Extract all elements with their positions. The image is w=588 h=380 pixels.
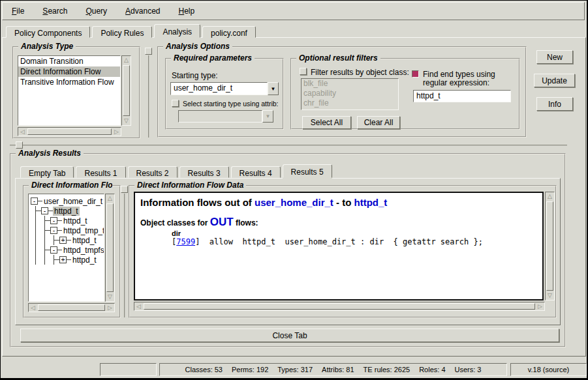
- regex-checkbox-row[interactable]: Find end types using regular expression:: [412, 70, 516, 87]
- menu-search[interactable]: Search: [36, 5, 74, 18]
- tree-expander-icon[interactable]: -: [41, 207, 48, 214]
- scroll-up-icon[interactable]: △: [106, 194, 114, 203]
- source-type: user_home_dir_t: [255, 197, 333, 208]
- scroll-down-icon[interactable]: ▽: [106, 293, 114, 301]
- flow-direction: OUT: [210, 216, 234, 228]
- tab-results-4[interactable]: Results 4: [231, 166, 281, 178]
- tab-results-3[interactable]: Results 3: [179, 166, 229, 178]
- scroll-left-icon[interactable]: ◁: [18, 128, 27, 136]
- tree-data-sash-handle[interactable]: [121, 186, 128, 193]
- tab-results-2[interactable]: Results 2: [128, 166, 178, 178]
- flow-data-hscrollbar[interactable]: ◁ ▷: [134, 302, 545, 311]
- scroll-left-icon[interactable]: ◁: [134, 302, 143, 310]
- scrollbar-thumb[interactable]: [144, 303, 535, 310]
- tree-row[interactable]: - httpd_t: [45, 216, 104, 226]
- update-button[interactable]: Update: [534, 74, 575, 87]
- scroll-right-icon[interactable]: ▷: [112, 128, 121, 136]
- stat-classes: Classes: 53: [185, 366, 223, 373]
- flow-data-textarea[interactable]: Information flows out of user_home_dir_t…: [134, 192, 544, 300]
- scrollbar-thumb[interactable]: [123, 65, 130, 116]
- close-tab-button[interactable]: Close Tab: [20, 329, 559, 342]
- object-class-checkbox-row[interactable]: Filter results by object class:: [300, 68, 409, 77]
- tab-results-5[interactable]: Results 5: [283, 164, 332, 178]
- stat-types: Types: 317: [277, 366, 313, 373]
- scroll-right-icon[interactable]: ▷: [536, 302, 544, 310]
- tree-node-label[interactable]: httpd_tmp_t: [62, 226, 104, 235]
- tree-expander-icon[interactable]: +: [59, 256, 67, 263]
- analysis-type-item-domain-transition[interactable]: Domain Transition: [18, 56, 120, 66]
- flow-data-vscrollbar[interactable]: △ ▽: [545, 192, 555, 300]
- scrollbar-thumb[interactable]: [546, 201, 553, 291]
- tab-empty-tab[interactable]: Empty Tab: [20, 166, 74, 178]
- regex-input-wrap: httpd_t: [413, 90, 511, 102]
- object-class-checkbox[interactable]: [300, 68, 307, 75]
- flow-tree-hscrollbar[interactable]: ◁ ▷: [28, 303, 115, 312]
- flow-tree-vscrollbar[interactable]: △ ▽: [105, 194, 115, 302]
- flow-heading: Information flows out of user_home_dir_t…: [140, 197, 542, 208]
- regex-input[interactable]: httpd_t: [413, 90, 511, 102]
- scrollbar-thumb[interactable]: [27, 128, 112, 135]
- optional-filters-label: Optional result filters: [296, 53, 380, 63]
- tab-policy-conf[interactable]: policy.conf: [202, 26, 256, 38]
- scroll-left-icon[interactable]: ◁: [29, 304, 37, 312]
- starting-type-value[interactable]: user_home_dir_t: [170, 82, 268, 95]
- tree-expander-icon[interactable]: -: [50, 227, 57, 234]
- menu-help[interactable]: Help: [172, 5, 201, 18]
- menu-file[interactable]: File: [5, 5, 31, 18]
- tree-node-label[interactable]: httpd_t: [62, 216, 89, 226]
- tab-policy-rules[interactable]: Policy Rules: [92, 26, 152, 38]
- tab-analysis[interactable]: Analysis: [154, 24, 200, 38]
- tree-expander-icon[interactable]: -: [50, 246, 57, 254]
- analysis-type-vscrollbar[interactable]: △ ▽: [121, 55, 131, 126]
- scrollbar-thumb[interactable]: [38, 304, 105, 311]
- scroll-down-icon[interactable]: ▽: [122, 117, 131, 125]
- regex-checkbox-label[interactable]: Find end types using regular expression:: [423, 70, 516, 87]
- menu-advanced[interactable]: Advanced: [119, 5, 166, 18]
- results-sash-handle[interactable]: [16, 141, 23, 149]
- tree-expander-icon[interactable]: -: [50, 217, 57, 224]
- info-button[interactable]: Info: [536, 97, 573, 111]
- analysis-type-listbox: Domain Transition Direct Information Flo…: [18, 55, 121, 126]
- analysis-type-item-direct-information-flow[interactable]: Direct Information Flow: [18, 66, 120, 77]
- tree-node-label[interactable]: httpd_t: [71, 256, 98, 265]
- menu-query[interactable]: Query: [79, 5, 114, 18]
- tree-row[interactable]: + httpd_t: [54, 255, 104, 265]
- tab-results-1[interactable]: Results 1: [76, 166, 125, 178]
- scroll-down-icon[interactable]: ▽: [546, 291, 554, 300]
- tree-row[interactable]: - httpd_t: [36, 206, 104, 216]
- tab-policy-components[interactable]: Policy Components: [6, 26, 90, 38]
- analysis-type-hscrollbar[interactable]: ◁ ▷: [18, 127, 121, 136]
- starting-type-combobox[interactable]: user_home_dir_t ▼: [170, 82, 279, 95]
- results-sash-line: [10, 145, 567, 146]
- object-class-checkbox-label[interactable]: Filter results by object class:: [311, 68, 409, 77]
- scroll-up-icon[interactable]: △: [546, 192, 554, 201]
- select-all-button[interactable]: Select All: [302, 116, 351, 129]
- scroll-up-icon[interactable]: △: [122, 56, 131, 65]
- rule-number-link[interactable]: 7599: [176, 237, 195, 246]
- tree-node-label[interactable]: user_home_dir_t: [42, 197, 104, 206]
- tree-node-label[interactable]: httpd_t: [53, 207, 80, 216]
- status-version-panel: v.18 (source): [510, 363, 587, 376]
- tree-data-sash-line: [124, 194, 125, 317]
- tree-row[interactable]: + httpd_t: [54, 235, 104, 245]
- regex-checkbox[interactable]: [412, 70, 419, 78]
- attrib-checkbox-row[interactable]: Select starting type using attrib:: [172, 100, 280, 108]
- tree-node-label[interactable]: httpd_t: [71, 236, 98, 245]
- tree-expander-icon[interactable]: -: [31, 197, 38, 205]
- tree-row[interactable]: - user_home_dir_t: [31, 196, 104, 206]
- tree-row[interactable]: - httpd_tmpfs_t: [45, 245, 104, 255]
- scroll-right-icon[interactable]: ▷: [106, 304, 114, 312]
- tree-expander-icon[interactable]: +: [59, 237, 67, 244]
- scrollbar-thumb[interactable]: [106, 203, 114, 292]
- attrib-checkbox[interactable]: [172, 100, 179, 107]
- object-class-item: chr_file: [302, 98, 398, 108]
- new-button[interactable]: New: [536, 50, 573, 64]
- tree-row[interactable]: - httpd_tmp_t: [45, 226, 104, 235]
- tree-node-label[interactable]: httpd_tmpfs_t: [62, 246, 104, 255]
- chevron-down-icon[interactable]: ▼: [268, 82, 279, 95]
- policy-version: v.18 (source): [528, 366, 569, 373]
- attrib-checkbox-label[interactable]: Select starting type using attrib:: [183, 100, 279, 108]
- clear-all-button[interactable]: Clear All: [357, 116, 400, 129]
- analysis-type-item-transitive-information-flow[interactable]: Transitive Information Flow: [18, 77, 120, 87]
- pane-sash-handle[interactable]: [145, 48, 152, 55]
